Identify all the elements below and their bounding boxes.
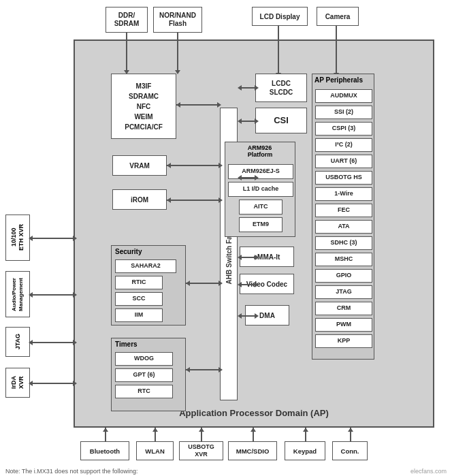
scc-block: SCC <box>115 292 163 306</box>
onewire-block: 1-Wire <box>315 187 372 201</box>
arrowhead-vc-left <box>238 282 242 287</box>
timers-group: Timers WDOG GPT (6) RTC <box>111 338 186 411</box>
arrowhead-csi-left <box>238 118 242 124</box>
irom-block: iROM <box>112 189 167 210</box>
audio-power-box: Audio/PowerManagement <box>5 271 30 317</box>
arrow-lcd-down <box>278 26 279 75</box>
arrowhead-lcdc-right <box>255 85 259 91</box>
aitc-block: AITC <box>239 200 282 215</box>
arrowhead-audio-right <box>73 292 77 298</box>
irda-label: IrDAXVR <box>10 376 25 389</box>
arrowhead-conn-up <box>348 428 353 432</box>
arrowhead-eth-right <box>73 236 77 241</box>
arrowhead-emma-right <box>255 255 259 260</box>
audmux-block: AUDMUX <box>315 89 372 103</box>
arrowhead-vc-right <box>255 282 259 287</box>
ap-domain-label: Application Processor Domain (AP) <box>179 408 329 418</box>
usbotg-bot-box: USBOTGXVR <box>179 441 223 460</box>
keypad-box: Keypad <box>285 441 325 460</box>
arrowhead-tim-right <box>219 367 223 372</box>
arrowhead-vram-right <box>219 163 223 168</box>
arrowhead-irom-left <box>167 197 171 203</box>
arrow-vram-ahb <box>167 165 220 166</box>
arrow-camera-down <box>336 26 337 75</box>
arrowhead-dma-right <box>255 313 259 319</box>
cspi-block: CSPI (3) <box>315 122 372 136</box>
uart-block: UART (6) <box>315 155 372 168</box>
arrowhead-eth-left <box>29 236 33 241</box>
l1cache-block: L1 I/D cache <box>228 182 293 197</box>
lcdc-block: LCDCSLCDC <box>255 74 307 102</box>
arrow-sec-ahb <box>186 283 220 284</box>
csi-block: CSI <box>255 108 307 133</box>
sahara2-block: SAHARA2 <box>115 259 176 273</box>
crm-block: CRM <box>315 302 372 315</box>
arrowhead-arm-right <box>255 175 259 180</box>
iim-block: IIM <box>115 308 163 322</box>
arm-platform-label: ARM926Platform <box>248 144 273 158</box>
vram-block: VRAM <box>112 155 167 176</box>
watermark: elecfans.com <box>410 468 447 475</box>
ddr-sdram-box: DDR/SDRAM <box>106 7 148 33</box>
timers-group-label: Timers <box>115 340 138 348</box>
security-group-label: Security <box>115 248 142 255</box>
nor-nand-box: NOR/NANDFlash <box>153 7 202 33</box>
arrow-nornand-down <box>177 33 178 72</box>
arrow-m3if-ahb <box>176 104 220 106</box>
eth-xvr-box: 10/100ETH XVR <box>5 215 30 261</box>
wlan-box: WLAN <box>136 441 174 460</box>
wdog-block: WDOG <box>115 352 173 366</box>
arrowhead-bt-up <box>103 428 108 432</box>
diagram-container: Application Processor Domain (AP) AHB Sw… <box>0 0 452 476</box>
arrowhead-mmc-up <box>251 428 256 432</box>
lcd-display-box: LCD Display <box>252 7 308 26</box>
nornand-label: NOR/NANDFlash <box>159 12 196 28</box>
arm-platform-group: ARM926Platform ARM926EJ-S L1 I/D cache A… <box>225 142 295 237</box>
arrowhead-m3if-left <box>176 102 180 108</box>
arrowhead-m3if-right <box>217 102 221 108</box>
ddr-label: DDR/SDRAM <box>114 12 140 28</box>
arrow-irda-h <box>30 383 74 384</box>
pwm-block: PWM <box>315 318 372 332</box>
kpp-block: KPP <box>315 334 372 348</box>
m3if-block: M3IFSDRAMCNFCWEIMPCMCIA/CF <box>111 74 176 139</box>
arrowhead-emma-left <box>238 255 242 260</box>
fec-block: FEC <box>315 204 372 217</box>
bluetooth-box: Bluetooth <box>80 441 129 460</box>
ap-peripherals-group: AP Peripherals AUDMUX SSI (2) CSPI (3) I… <box>312 74 374 360</box>
gpio-block: GPIO <box>315 269 372 283</box>
arrowhead-lcdc-left <box>238 85 242 91</box>
footnote: Note: The i.MX31 does not support the fo… <box>5 468 138 475</box>
arrowhead-usb-up <box>199 428 204 432</box>
arrow-jtag-h <box>30 342 74 343</box>
jtag-ext-box: JTAG <box>5 327 30 357</box>
ssi-block: SSI (2) <box>315 106 372 119</box>
arrow-ddr-down <box>126 33 127 72</box>
arrowhead-irda-left <box>29 381 33 386</box>
ata-block: ATA <box>315 220 372 234</box>
mshc-block: MSHC <box>315 253 372 266</box>
arrowhead-vram-left <box>167 163 171 168</box>
conn-box: Conn. <box>332 441 368 460</box>
arrowhead-arm-left <box>238 175 242 180</box>
arrowhead-wlan-up <box>152 428 158 432</box>
arrowhead-jtag-right <box>73 340 77 345</box>
arrowhead-audio-left <box>29 292 33 298</box>
camera-box: Camera <box>317 7 359 26</box>
jtag-periph-block: JTAG <box>315 285 372 299</box>
arrowhead-jtag-left <box>29 340 33 345</box>
arrowhead-irda-right <box>73 381 77 386</box>
audio-label: Audio/PowerManagement <box>11 278 24 311</box>
sdhc-block: SDHC (3) <box>315 236 372 250</box>
arrowhead-dma-left <box>238 313 242 319</box>
ap-peripherals-label: AP Peripherals <box>314 76 363 84</box>
irda-box: IrDAXVR <box>5 368 30 398</box>
camera-label: Camera <box>325 13 351 20</box>
rtc-block: RTC <box>115 385 173 398</box>
eth-label: 10/100ETH XVR <box>10 224 25 251</box>
rtic-block: RTIC <box>115 276 163 289</box>
arrowhead-sec-right <box>219 281 223 286</box>
arrow-eth-h <box>30 238 74 239</box>
arrow-irom-ahb <box>167 200 220 201</box>
usbotghs-block: USBOTG HS <box>315 171 372 185</box>
